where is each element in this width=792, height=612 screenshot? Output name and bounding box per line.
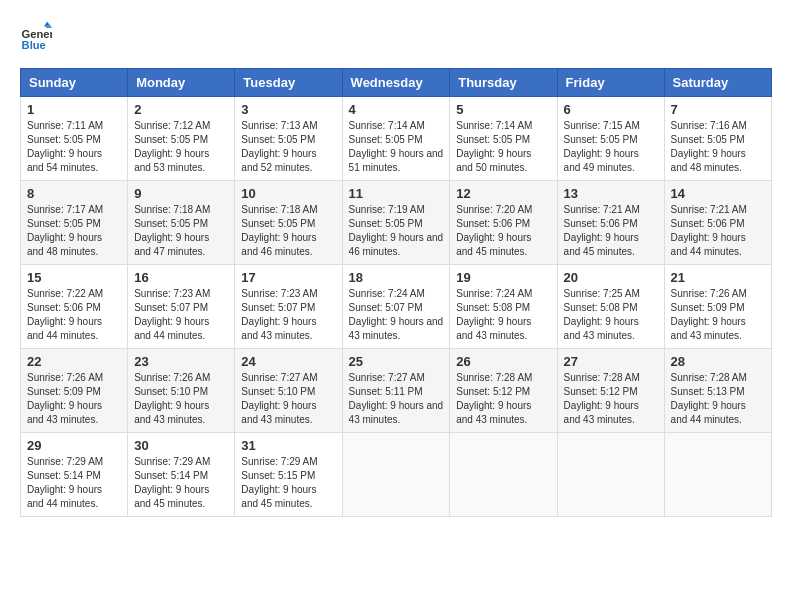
day-info: Sunrise: 7:25 AM Sunset: 5:08 PM Dayligh… <box>564 287 658 343</box>
day-number: 10 <box>241 186 335 201</box>
day-number: 6 <box>564 102 658 117</box>
day-number: 16 <box>134 270 228 285</box>
day-info: Sunrise: 7:11 AM Sunset: 5:05 PM Dayligh… <box>27 119 121 175</box>
calendar-cell: 12Sunrise: 7:20 AM Sunset: 5:06 PM Dayli… <box>450 181 557 265</box>
weekday-header-saturday: Saturday <box>664 69 771 97</box>
day-info: Sunrise: 7:27 AM Sunset: 5:10 PM Dayligh… <box>241 371 335 427</box>
calendar-cell: 25Sunrise: 7:27 AM Sunset: 5:11 PM Dayli… <box>342 349 450 433</box>
logo: General Blue <box>20 20 56 52</box>
day-info: Sunrise: 7:12 AM Sunset: 5:05 PM Dayligh… <box>134 119 228 175</box>
calendar-cell: 15Sunrise: 7:22 AM Sunset: 5:06 PM Dayli… <box>21 265 128 349</box>
calendar-week-5: 29Sunrise: 7:29 AM Sunset: 5:14 PM Dayli… <box>21 433 772 517</box>
calendar-cell: 27Sunrise: 7:28 AM Sunset: 5:12 PM Dayli… <box>557 349 664 433</box>
page-header: General Blue <box>20 20 772 52</box>
day-number: 23 <box>134 354 228 369</box>
calendar-cell: 9Sunrise: 7:18 AM Sunset: 5:05 PM Daylig… <box>128 181 235 265</box>
calendar-cell: 23Sunrise: 7:26 AM Sunset: 5:10 PM Dayli… <box>128 349 235 433</box>
day-info: Sunrise: 7:20 AM Sunset: 5:06 PM Dayligh… <box>456 203 550 259</box>
day-info: Sunrise: 7:29 AM Sunset: 5:15 PM Dayligh… <box>241 455 335 511</box>
day-number: 14 <box>671 186 765 201</box>
day-number: 27 <box>564 354 658 369</box>
day-info: Sunrise: 7:18 AM Sunset: 5:05 PM Dayligh… <box>241 203 335 259</box>
day-number: 21 <box>671 270 765 285</box>
calendar-cell: 1Sunrise: 7:11 AM Sunset: 5:05 PM Daylig… <box>21 97 128 181</box>
day-number: 13 <box>564 186 658 201</box>
day-info: Sunrise: 7:26 AM Sunset: 5:09 PM Dayligh… <box>671 287 765 343</box>
day-number: 20 <box>564 270 658 285</box>
calendar-cell: 2Sunrise: 7:12 AM Sunset: 5:05 PM Daylig… <box>128 97 235 181</box>
day-number: 12 <box>456 186 550 201</box>
calendar-cell: 22Sunrise: 7:26 AM Sunset: 5:09 PM Dayli… <box>21 349 128 433</box>
calendar-cell: 24Sunrise: 7:27 AM Sunset: 5:10 PM Dayli… <box>235 349 342 433</box>
calendar-cell: 4Sunrise: 7:14 AM Sunset: 5:05 PM Daylig… <box>342 97 450 181</box>
day-number: 30 <box>134 438 228 453</box>
calendar-cell: 10Sunrise: 7:18 AM Sunset: 5:05 PM Dayli… <box>235 181 342 265</box>
day-number: 17 <box>241 270 335 285</box>
calendar-week-1: 1Sunrise: 7:11 AM Sunset: 5:05 PM Daylig… <box>21 97 772 181</box>
day-number: 1 <box>27 102 121 117</box>
weekday-header-tuesday: Tuesday <box>235 69 342 97</box>
calendar-cell: 13Sunrise: 7:21 AM Sunset: 5:06 PM Dayli… <box>557 181 664 265</box>
logo-icon: General Blue <box>20 20 52 52</box>
calendar-cell: 11Sunrise: 7:19 AM Sunset: 5:05 PM Dayli… <box>342 181 450 265</box>
day-number: 11 <box>349 186 444 201</box>
day-number: 8 <box>27 186 121 201</box>
calendar-cell: 21Sunrise: 7:26 AM Sunset: 5:09 PM Dayli… <box>664 265 771 349</box>
day-info: Sunrise: 7:18 AM Sunset: 5:05 PM Dayligh… <box>134 203 228 259</box>
day-info: Sunrise: 7:19 AM Sunset: 5:05 PM Dayligh… <box>349 203 444 259</box>
day-info: Sunrise: 7:23 AM Sunset: 5:07 PM Dayligh… <box>241 287 335 343</box>
calendar-cell <box>450 433 557 517</box>
day-number: 24 <box>241 354 335 369</box>
calendar-cell <box>664 433 771 517</box>
day-number: 28 <box>671 354 765 369</box>
day-info: Sunrise: 7:24 AM Sunset: 5:08 PM Dayligh… <box>456 287 550 343</box>
day-number: 3 <box>241 102 335 117</box>
weekday-header-friday: Friday <box>557 69 664 97</box>
calendar-cell: 26Sunrise: 7:28 AM Sunset: 5:12 PM Dayli… <box>450 349 557 433</box>
day-info: Sunrise: 7:22 AM Sunset: 5:06 PM Dayligh… <box>27 287 121 343</box>
day-info: Sunrise: 7:16 AM Sunset: 5:05 PM Dayligh… <box>671 119 765 175</box>
weekday-header-row: SundayMondayTuesdayWednesdayThursdayFrid… <box>21 69 772 97</box>
day-number: 31 <box>241 438 335 453</box>
day-number: 7 <box>671 102 765 117</box>
calendar-week-3: 15Sunrise: 7:22 AM Sunset: 5:06 PM Dayli… <box>21 265 772 349</box>
day-info: Sunrise: 7:13 AM Sunset: 5:05 PM Dayligh… <box>241 119 335 175</box>
svg-text:General: General <box>22 28 52 40</box>
day-info: Sunrise: 7:23 AM Sunset: 5:07 PM Dayligh… <box>134 287 228 343</box>
weekday-header-sunday: Sunday <box>21 69 128 97</box>
day-info: Sunrise: 7:15 AM Sunset: 5:05 PM Dayligh… <box>564 119 658 175</box>
calendar-cell <box>557 433 664 517</box>
calendar-week-2: 8Sunrise: 7:17 AM Sunset: 5:05 PM Daylig… <box>21 181 772 265</box>
day-number: 26 <box>456 354 550 369</box>
day-info: Sunrise: 7:14 AM Sunset: 5:05 PM Dayligh… <box>456 119 550 175</box>
calendar-cell: 6Sunrise: 7:15 AM Sunset: 5:05 PM Daylig… <box>557 97 664 181</box>
day-info: Sunrise: 7:28 AM Sunset: 5:12 PM Dayligh… <box>564 371 658 427</box>
weekday-header-thursday: Thursday <box>450 69 557 97</box>
day-number: 19 <box>456 270 550 285</box>
day-number: 22 <box>27 354 121 369</box>
day-info: Sunrise: 7:24 AM Sunset: 5:07 PM Dayligh… <box>349 287 444 343</box>
calendar-cell: 31Sunrise: 7:29 AM Sunset: 5:15 PM Dayli… <box>235 433 342 517</box>
calendar-cell: 8Sunrise: 7:17 AM Sunset: 5:05 PM Daylig… <box>21 181 128 265</box>
day-number: 18 <box>349 270 444 285</box>
calendar-cell: 3Sunrise: 7:13 AM Sunset: 5:05 PM Daylig… <box>235 97 342 181</box>
calendar-cell: 30Sunrise: 7:29 AM Sunset: 5:14 PM Dayli… <box>128 433 235 517</box>
day-info: Sunrise: 7:26 AM Sunset: 5:09 PM Dayligh… <box>27 371 121 427</box>
calendar-cell: 14Sunrise: 7:21 AM Sunset: 5:06 PM Dayli… <box>664 181 771 265</box>
calendar-cell: 20Sunrise: 7:25 AM Sunset: 5:08 PM Dayli… <box>557 265 664 349</box>
day-info: Sunrise: 7:21 AM Sunset: 5:06 PM Dayligh… <box>564 203 658 259</box>
svg-text:Blue: Blue <box>22 39 46 51</box>
calendar-cell: 7Sunrise: 7:16 AM Sunset: 5:05 PM Daylig… <box>664 97 771 181</box>
calendar-cell: 5Sunrise: 7:14 AM Sunset: 5:05 PM Daylig… <box>450 97 557 181</box>
calendar-cell <box>342 433 450 517</box>
day-number: 4 <box>349 102 444 117</box>
day-info: Sunrise: 7:28 AM Sunset: 5:13 PM Dayligh… <box>671 371 765 427</box>
weekday-header-wednesday: Wednesday <box>342 69 450 97</box>
calendar-cell: 28Sunrise: 7:28 AM Sunset: 5:13 PM Dayli… <box>664 349 771 433</box>
day-number: 5 <box>456 102 550 117</box>
day-info: Sunrise: 7:29 AM Sunset: 5:14 PM Dayligh… <box>27 455 121 511</box>
calendar-cell: 16Sunrise: 7:23 AM Sunset: 5:07 PM Dayli… <box>128 265 235 349</box>
calendar-cell: 18Sunrise: 7:24 AM Sunset: 5:07 PM Dayli… <box>342 265 450 349</box>
day-number: 25 <box>349 354 444 369</box>
calendar-table: SundayMondayTuesdayWednesdayThursdayFrid… <box>20 68 772 517</box>
